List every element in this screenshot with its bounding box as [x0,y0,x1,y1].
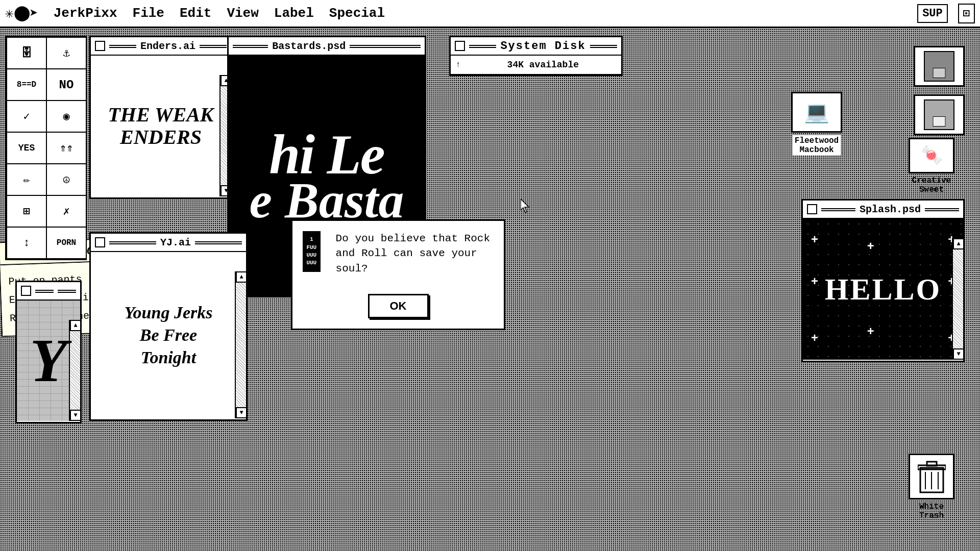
yj-window: YJ.ai Young Jerks Be Free Tonight ▲ ▼ [89,232,248,421]
yj-lines-right [195,240,242,244]
bastards-lines-left [233,44,268,48]
menu-logo: ✳⬤➤ [5,5,38,22]
bastards-text: hi Le e Basta [250,131,404,222]
dialog-inner: 1FUUUUUUUU Do you believe that Rock and … [303,231,494,286]
y-scroll-down[interactable]: ▼ [70,410,81,421]
sys-lines-left [469,44,496,48]
big-y-letter: Y [30,325,67,396]
tool-arrows[interactable]: ⇑⇑ [46,132,86,164]
tool-yes[interactable]: YES [7,132,46,164]
dialog-icon-text: 1FUUUUUUUU [306,236,316,267]
yj-title-bar: YJ.ai [91,234,246,252]
sys-lines-right [590,44,617,48]
menu-app-name[interactable]: JerkPixx [54,6,117,21]
tool-disk[interactable]: 🗄 [7,37,46,69]
splash-window: Splash.psd + + + + + + + + HELLO ▲ ▼ [801,199,965,362]
tool-peace[interactable]: ☮ [46,164,86,195]
splash-content: + + + + + + + + HELLO ▲ ▼ [803,219,963,360]
enders-content: THE WEAK ENDERS [91,56,231,196]
enders-lines-right [200,44,227,48]
y-close[interactable] [21,286,31,296]
menu-special[interactable]: Special [329,6,385,21]
bastards-title: Bastards.psd [272,40,346,52]
floppy-disk-icon-2[interactable] [914,94,965,135]
y-lines-left [35,289,54,293]
yj-content: Young Jerks Be Free Tonight [91,252,246,418]
tool-updown[interactable]: ↕ [7,227,46,259]
enders-close[interactable] [95,41,105,51]
yj-line3: Tonight [125,346,213,369]
system-disk-title-bar: System Disk [451,37,621,56]
y-icon-content: Y ▲ ▼ [17,300,80,421]
dialog-message: Do you believe that Rock and Roll can sa… [336,231,494,276]
tool-no[interactable]: NO [46,69,86,101]
dialog-box: 1FUUUUUUUU Do you believe that Rock and … [291,219,505,330]
disk-icons-right [914,46,965,135]
splash-lines-left [821,207,855,211]
menu-file[interactable]: File [133,6,164,21]
white-trash-icon[interactable]: WhiteTrash [898,454,965,520]
tool-grid[interactable]: ⊞ [7,195,46,227]
yj-line2: Be Free [125,324,213,346]
trash-can-svg [918,460,946,493]
yj-line1: Young Jerks [125,302,213,324]
splash-title: Splash.psd [860,204,921,215]
menu-edit[interactable]: Edit [180,6,211,21]
y-scrollbar: ▲ ▼ [69,320,80,421]
y-lines-right [58,289,76,293]
fleetwood-label: FleetwoodMacbook [793,135,841,156]
menu-right-icons: SUP ⊡ [917,4,975,23]
dialog-icon: 1FUUUUUUUU [303,231,321,272]
fleetwood-icon-image: 💻 [791,92,842,133]
system-disk-window: System Disk ↑ 34K available [449,36,623,76]
splash-lines-right [925,207,959,211]
splash-scrollbar: ▲ ▼ [952,238,963,360]
tool-x[interactable]: ✗ [46,195,86,227]
creative-sweet-image: 🍬 [909,138,954,173]
tool-check[interactable]: ✓ [7,101,46,132]
system-disk-close[interactable] [455,41,465,51]
tool-palette: 🗄 ⚓ 8==D NO ✓ ◉ YES ⇑⇑ ✏ ☮ ⊞ ✗ ↕ PORN [5,36,87,260]
bastards-lines-right [350,44,421,48]
yj-scroll-down[interactable]: ▼ [236,407,246,418]
splash-hello-text: HELLO [825,272,941,307]
white-trash-label: WhiteTrash [898,502,965,520]
splash-close[interactable] [807,204,817,214]
sup-icon[interactable]: SUP [917,4,948,23]
splash-title-bar: Splash.psd [803,201,963,219]
creative-sweet-icon[interactable]: 🍬 CreativeSweet [898,138,965,194]
fleetwood-macbook-icon[interactable]: 💻 FleetwoodMacbook [781,92,852,156]
system-disk-available: 34K available [465,60,621,70]
tool-porn[interactable]: PORN [46,227,86,259]
enders-title-bar: Enders.ai [91,37,231,56]
enders-title: Enders.ai [140,40,195,52]
splash-scroll-up[interactable]: ▲ [953,238,964,249]
splash-scroll-down[interactable]: ▼ [953,348,964,360]
yj-scrollbar: ▲ ▼ [235,271,246,418]
yj-lines-left [109,240,156,244]
y-title-bar [17,282,80,300]
menu-bar: ✳⬤➤ JerkPixx File Edit View Label Specia… [0,0,980,28]
yj-close[interactable] [95,237,105,247]
system-disk-title: System Disk [500,40,585,53]
dialog-ok-button[interactable]: OK [368,294,429,318]
yj-scroll-up[interactable]: ▲ [236,271,246,283]
tool-pen[interactable]: ✏ [7,164,46,195]
monitor-icon[interactable]: ⊡ [958,4,975,23]
enders-lines-left [109,44,136,48]
menu-label[interactable]: Label [274,6,314,21]
system-disk-controls: ↑ 34K available [451,56,621,74]
menu-view[interactable]: View [227,6,258,21]
svg-rect-2 [927,462,937,466]
white-trash-image [909,454,954,499]
bastards-title-bar: Bastards.psd [229,37,425,56]
yj-title: YJ.ai [160,237,191,248]
y-scroll-up[interactable]: ▲ [70,320,81,331]
tool-anchor[interactable]: ⚓ [46,37,86,69]
y-icon-window: Y ▲ ▼ [15,281,82,423]
creative-sweet-label: CreativeSweet [898,176,965,194]
enders-window: Enders.ai THE WEAK ENDERS ▲ ▼ [89,36,232,199]
floppy-disk-icon-1[interactable] [914,46,965,87]
tool-8d[interactable]: 8==D [7,69,46,101]
tool-eye[interactable]: ◉ [46,101,86,132]
